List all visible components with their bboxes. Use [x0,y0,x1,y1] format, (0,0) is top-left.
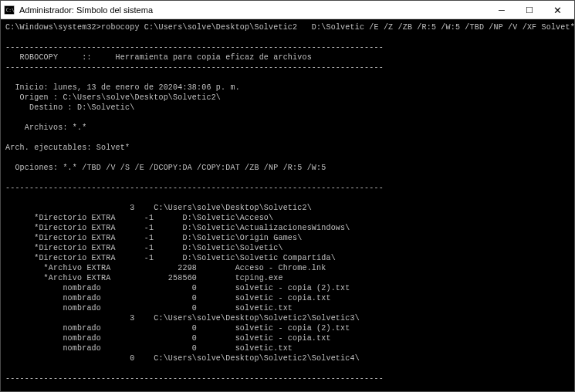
opciones-line: Opciones: *.* /TBD /V /S /E /DCOPY:DA /C… [5,164,326,172]
listing-row: nombrado 0 solvetic - copia.txt [5,334,331,343]
terminal-output[interactable]: C:\Windows\system32>robocopy C:\Users\so… [1,19,574,391]
robocopy-banner: ROBOCOPY :: Herramienta para copia efica… [5,53,312,62]
listing-row: nombrado 0 solvetic - copia.txt [5,294,331,302]
origen-line: Origen : C:\Users\solve\Desktop\Solvetic… [5,93,221,102]
svg-text:C:\: C:\ [6,6,15,12]
inicio-line: Inicio: lunes, 13 de enero de 20204:38:0… [5,83,240,92]
destino-line: Destino : D:\Solvetic\ [5,103,134,112]
cmd-icon: C:\ [4,5,15,15]
dash-line: ----------------------------------------… [5,184,384,192]
close-button[interactable]: ✕ [543,1,571,19]
listing-row: 0 C:\Users\solve\Desktop\Solvetic2\Solve… [5,354,360,363]
listing-row: *Directorio EXTRA -1 D:\Solvetic\Actuali… [5,224,350,232]
listing-row: 3 C:\Users\solve\Desktop\Solvetic2\ [5,204,312,212]
listing-row: *Archivo EXTRA 2298 Acceso - Chrome.lnk [5,264,326,272]
listing-row: *Directorio EXTRA -1 D:\Solvetic\Solveti… [5,244,283,252]
command-prompt-window: C:\ Administrador: Símbolo del sistema ─… [0,0,575,392]
prompt-line: C:\Windows\system32>robocopy C:\Users\so… [5,23,574,32]
dash-line: ----------------------------------------… [5,374,384,383]
dash-line: ----------------------------------------… [5,63,384,72]
listing-row: nombrado 0 solvetic - copia (2).txt [5,284,350,292]
listing-row: *Directorio EXTRA -1 D:\Solvetic\Solveti… [5,254,336,262]
listing-row: 3 C:\Users\solve\Desktop\Solvetic2\Solve… [5,314,360,323]
window-controls: ─ ☐ ✕ [488,1,571,19]
prompt: C:\Windows\system32> [5,23,101,32]
minimize-button[interactable]: ─ [488,1,516,19]
dash-line: ----------------------------------------… [5,43,384,52]
listing-row: nombrado 0 solvetic.txt [5,304,293,313]
archivos-line: Archivos: *.* [5,123,86,132]
listing-row: *Archivo EXTRA 258560 tcping.exe [5,274,283,282]
listing-row: *Directorio EXTRA -1 D:\Solvetic\Acceso\ [5,214,273,222]
listing-row: *Directorio EXTRA -1 D:\Solvetic\Origin … [5,234,302,242]
maximize-button[interactable]: ☐ [516,1,543,19]
titlebar-text: Administrador: Símbolo del sistema [19,5,488,15]
ejecutables-line: Arch. ejecutables: Solvet* [5,144,130,152]
command-text: robocopy C:\Users\solve\Desktop\Solvetic… [101,23,574,32]
listing-row: nombrado 0 solvetic.txt [5,344,293,353]
listing-row: nombrado 0 solvetic - copia (2).txt [5,324,350,333]
titlebar[interactable]: C:\ Administrador: Símbolo del sistema ─… [1,1,574,19]
